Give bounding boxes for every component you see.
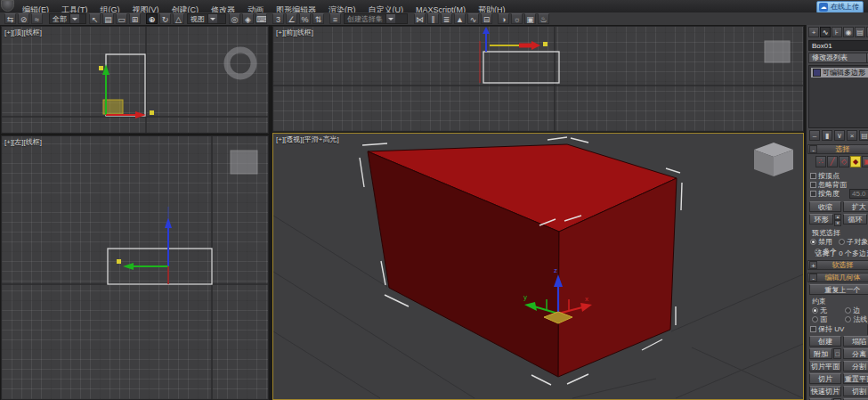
- attach-settings-button[interactable]: □: [833, 348, 841, 359]
- ring-button[interactable]: 环形: [809, 214, 833, 224]
- expand-icon[interactable]: +: [809, 261, 817, 269]
- collapse-button[interactable]: 塌陷: [843, 336, 868, 347]
- schematic-view-icon[interactable]: ⊟: [481, 13, 492, 24]
- checkbox-icon[interactable]: [810, 173, 816, 179]
- viewport-front-canvas[interactable]: [273, 27, 804, 132]
- material-editor-icon[interactable]: ◑: [498, 13, 509, 24]
- quickslice-button[interactable]: 快速切片: [809, 386, 841, 396]
- align-icon[interactable]: ∥: [427, 13, 439, 24]
- select-object-icon[interactable]: ↖: [89, 13, 101, 24]
- tab-motion[interactable]: ◉: [843, 27, 854, 37]
- edit-named-sets-icon[interactable]: ≡: [329, 13, 341, 24]
- create-button[interactable]: 创建: [809, 336, 841, 347]
- show-end-result-icon[interactable]: ▮: [822, 130, 832, 141]
- viewport-left-label[interactable]: [+][左][线框]: [4, 137, 42, 147]
- vertex-mode-button[interactable]: ∴: [815, 156, 826, 167]
- dropdown-arrow-icon[interactable]: [207, 14, 217, 23]
- selection-filter-dropdown[interactable]: 全部: [49, 13, 86, 24]
- rendered-frame-window-icon[interactable]: ▣: [524, 13, 536, 24]
- rollout-selection-header[interactable]: - 选择: [807, 144, 868, 154]
- radio-constraint-edge[interactable]: [845, 307, 851, 314]
- graphite-modeling-icon[interactable]: ▲: [454, 13, 466, 24]
- collapse-icon[interactable]: -: [809, 145, 817, 153]
- viewport-front[interactable]: [+][前][线框]: [272, 26, 804, 132]
- bind-to-space-warp-icon[interactable]: ≈: [31, 13, 43, 24]
- gizmo-z-axis[interactable]: [165, 207, 172, 266]
- viewcube-ring[interactable]: [227, 50, 254, 77]
- radio-disable[interactable]: [810, 239, 816, 245]
- edge-mode-button[interactable]: ╱: [827, 156, 838, 167]
- mirror-icon[interactable]: ⋈: [414, 13, 426, 24]
- online-upload-button[interactable]: ☁ 在线上传: [816, 1, 864, 13]
- make-unique-icon[interactable]: ∨: [834, 130, 845, 141]
- shrink-button[interactable]: 收缩: [809, 201, 841, 212]
- slice-button[interactable]: 切片: [809, 373, 841, 384]
- unlink-selection-icon[interactable]: ⊘: [18, 13, 29, 24]
- radio-subobj[interactable]: [839, 239, 845, 245]
- gizmo-x-axis[interactable]: [490, 41, 540, 50]
- gizmo-z-axis[interactable]: [483, 27, 490, 52]
- slice-plane-button[interactable]: 切片平面: [809, 361, 841, 371]
- element-mode-button[interactable]: ▣: [862, 156, 868, 167]
- curve-editor-icon[interactable]: ∿: [467, 13, 479, 24]
- rollout-edit-geometry-header[interactable]: - 编辑几何体: [807, 273, 868, 282]
- ring-spinner[interactable]: ▴▾: [834, 214, 841, 224]
- split-button[interactable]: 分割: [843, 361, 868, 371]
- tab-display[interactable]: ▤: [855, 27, 865, 37]
- select-by-name-icon[interactable]: ▤: [102, 13, 114, 24]
- loop-button[interactable]: 循环: [843, 214, 867, 224]
- modifier-stack[interactable]: 可编辑多边形: [808, 65, 868, 128]
- percent-snap-icon[interactable]: %: [299, 13, 311, 24]
- select-and-link-icon[interactable]: ⇆: [4, 13, 16, 24]
- render-production-icon[interactable]: ♨: [538, 13, 549, 24]
- use-pivot-point-center-icon[interactable]: ◎: [229, 13, 240, 24]
- border-mode-button[interactable]: ◇: [839, 156, 849, 167]
- radio-constraint-normal[interactable]: [845, 316, 851, 322]
- radio-constraint-face[interactable]: [812, 316, 818, 322]
- viewport-front-label[interactable]: [+][前][线框]: [276, 28, 313, 37]
- collapse-icon[interactable]: -: [809, 273, 817, 282]
- viewport-top-canvas[interactable]: [2, 27, 269, 134]
- angle-value-field[interactable]: 45.0: [849, 189, 868, 199]
- checkbox-icon[interactable]: [810, 182, 816, 188]
- radio-constraint-none[interactable]: [812, 307, 818, 314]
- cut-button[interactable]: 切割: [843, 386, 868, 396]
- viewcube[interactable]: [765, 41, 790, 62]
- viewport-left[interactable]: [+][左][线框]: [1, 135, 269, 400]
- box-object[interactable]: [368, 144, 677, 377]
- preserve-uv-checkbox[interactable]: 保持 UV □: [810, 324, 868, 334]
- gizmo-y-axis[interactable]: [123, 263, 168, 270]
- viewport-perspective[interactable]: [+][透视][平滑+高光]: [272, 133, 804, 400]
- stack-item-editable-poly[interactable]: 可编辑多边形: [811, 68, 868, 78]
- viewport-perspective-canvas[interactable]: x y z: [273, 134, 803, 399]
- render-setup-icon[interactable]: ☼: [511, 13, 523, 24]
- object-name-field[interactable]: Box01: [808, 40, 868, 51]
- snap-toggle-3d-icon[interactable]: 3: [272, 13, 284, 24]
- reset-plane-button[interactable]: 重置平面: [843, 373, 868, 384]
- tab-modify[interactable]: ∿: [820, 27, 831, 37]
- viewcube[interactable]: [231, 151, 257, 174]
- tab-create[interactable]: +: [808, 27, 819, 37]
- modifier-list-dropdown[interactable]: 修改器列表: [808, 53, 868, 63]
- angle-snap-icon[interactable]: ∠: [286, 13, 297, 24]
- layer-manager-icon[interactable]: ≣: [441, 13, 452, 24]
- select-and-move-icon[interactable]: ⊕: [146, 13, 158, 24]
- box-front-view-wireframe[interactable]: [483, 52, 559, 83]
- detach-button[interactable]: 分离: [843, 348, 868, 359]
- select-and-rotate-icon[interactable]: ↻: [159, 13, 171, 24]
- rectangular-selection-region-icon[interactable]: ▭: [116, 13, 127, 24]
- dropdown-arrow-icon[interactable]: [385, 14, 395, 23]
- viewport-perspective-label[interactable]: [+][透视][平滑+高光]: [276, 135, 339, 144]
- checkbox-icon[interactable]: [810, 326, 816, 332]
- grow-button[interactable]: 扩大: [843, 201, 868, 212]
- rollout-soft-selection-header[interactable]: + 软选择: [807, 260, 868, 270]
- repeat-last-button[interactable]: 重复上一个: [809, 284, 868, 295]
- select-and-scale-icon[interactable]: △: [173, 13, 184, 24]
- viewport-top[interactable]: [+][顶][线框]: [1, 26, 269, 134]
- named-selection-set-field[interactable]: 创建选择集: [344, 13, 408, 24]
- keyboard-override-icon[interactable]: ⌨: [256, 13, 267, 24]
- reference-coordsys-dropdown[interactable]: 视图: [187, 13, 226, 24]
- spinner-snap-icon[interactable]: ⇅: [312, 13, 324, 24]
- viewport-left-canvas[interactable]: [2, 136, 269, 400]
- viewport-top-label[interactable]: [+][顶][线框]: [4, 28, 42, 37]
